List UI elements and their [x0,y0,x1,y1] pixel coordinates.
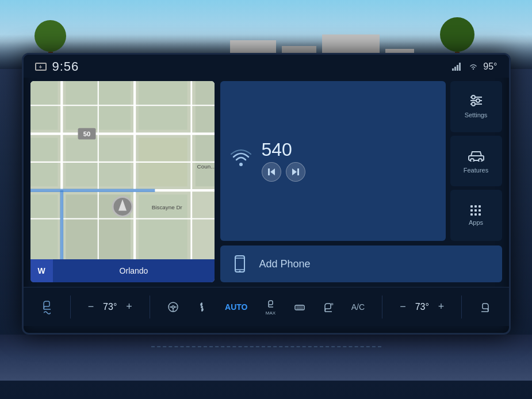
climate-bar: − 73° + [24,287,509,326]
infotainment-screen: 9:56 [22,53,511,335]
left-temp-control: − 73° + [88,301,132,313]
status-right: 95° [452,62,497,72]
phone-label: Add Phone [259,258,311,270]
svg-point-61 [201,306,203,308]
seat-stitching [151,346,381,347]
svg-rect-39 [268,168,270,175]
separator-4 [461,296,462,319]
apps-grid-icon [470,205,482,217]
svg-text:Coun...: Coun... [197,163,214,170]
radio-controls [262,162,437,182]
left-temp-value: 73° [98,302,121,312]
svg-text:Biscayne Dr: Biscayne Dr [151,204,182,210]
svg-rect-41 [297,168,299,175]
auto-button[interactable]: AUTO [225,302,247,312]
svg-rect-63 [295,305,304,310]
svg-point-4 [473,68,474,69]
rear-defrost-button[interactable] [294,301,305,313]
svg-point-50 [479,159,482,162]
apps-button[interactable]: Apps [450,190,502,241]
fan-button[interactable] [196,301,208,313]
phone-panel[interactable]: Add Phone [220,245,502,282]
map-panel[interactable]: S1 50 N Dollins Ave Biscayne Dr Coun... [30,81,215,282]
clock-display: 9:56 [52,59,79,74]
separator-2 [150,296,150,319]
right-panels: 540 [220,81,502,282]
car-icon [468,149,485,164]
radio-frequency: 540 [262,140,437,159]
ac-label: A/C [351,302,365,312]
left-temp-increase-button[interactable]: + [126,301,132,313]
left-temp-decrease-button[interactable]: − [88,301,94,313]
signal-icon [452,63,464,71]
radio-panel[interactable]: 540 [220,81,446,241]
right-temp-decrease-button[interactable]: − [400,301,406,313]
svg-rect-3 [459,63,461,71]
radio-info: 540 [262,140,437,182]
separator-1 [70,296,71,319]
settings-label: Settings [465,112,488,118]
features-label: Features [464,167,488,174]
svg-point-37 [239,163,243,166]
svg-point-49 [470,159,474,162]
main-content: S1 50 N Dollins Ave Biscayne Dr Coun... [24,78,509,287]
right-temp-control: − 73° + [400,301,444,313]
steering-heat-button[interactable] [167,301,179,313]
map-canvas[interactable]: S1 50 N Dollins Ave Biscayne Dr Coun... [30,81,215,259]
auto-label: AUTO [225,302,247,312]
separator-3 [382,296,382,319]
features-button[interactable]: Features [450,136,502,187]
settings-icon [469,95,483,109]
svg-point-57 [172,306,174,308]
svg-point-43 [472,95,475,99]
svg-point-47 [472,102,475,106]
map-svg: S1 50 N Dollins Ave Biscayne Dr Coun... [30,81,215,259]
left-seat-indicator [41,299,53,315]
status-bar: 9:56 [24,55,509,78]
right-seat-indicator [479,301,491,313]
seat-heat-button[interactable]: MAX [265,298,277,316]
seat-heat-level: MAX [266,310,275,316]
rear-seat-heat-button[interactable] [323,301,334,313]
lincoln-logo [35,63,47,71]
svg-marker-38 [270,168,275,175]
svg-point-54 [239,271,240,273]
svg-marker-40 [292,168,297,175]
right-temp-increase-button[interactable]: + [438,301,445,313]
apps-label: Apps [469,219,483,226]
destination-name: Orlando [53,259,215,282]
radio-prev-button[interactable] [262,162,281,182]
status-left: 9:56 [35,59,79,74]
top-row: 540 [220,81,502,241]
settings-button[interactable]: Settings [450,81,502,132]
seat-area [0,335,532,381]
map-destination-bar[interactable]: W Orlando [30,259,215,282]
radio-next-button[interactable] [286,162,305,182]
svg-rect-13 [30,194,58,259]
svg-rect-1 [454,67,456,71]
wifi-status-icon [468,62,479,72]
temperature-display: 95° [483,62,497,72]
sidebar: Settings [450,81,502,241]
svg-rect-0 [452,68,454,71]
phone-icon [229,254,250,274]
svg-point-45 [476,99,480,102]
outer-frame: 9:56 [0,0,532,399]
svg-rect-2 [457,65,458,71]
direction-indicator: W [30,259,53,282]
right-temp-value: 73° [411,302,434,312]
radio-antenna-icon [229,148,252,174]
svg-text:50: 50 [83,131,90,137]
ac-button[interactable]: A/C [351,302,365,312]
